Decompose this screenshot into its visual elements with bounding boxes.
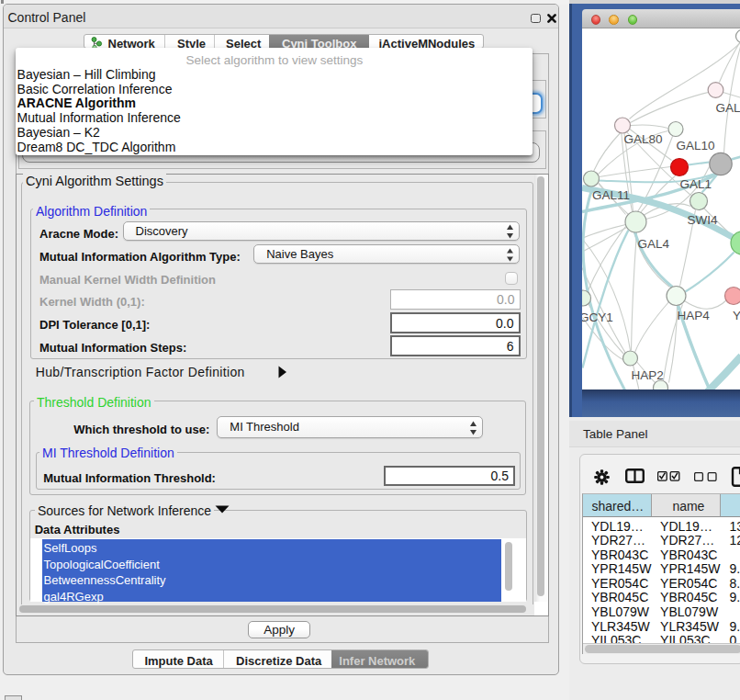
svg-text:Y: Y <box>733 309 740 322</box>
svg-text:GCY1: GCY1 <box>582 310 613 323</box>
svg-text:GAL4: GAL4 <box>637 236 669 250</box>
svg-text:GAL1: GAL1 <box>679 176 712 190</box>
svg-text:HAP4: HAP4 <box>677 309 710 322</box>
svg-text:GAL2: GAL2 <box>715 101 740 115</box>
svg-text:HAP2: HAP2 <box>631 367 663 381</box>
svg-text:GAL10: GAL10 <box>676 138 714 152</box>
svg-text:GAL11: GAL11 <box>592 188 630 202</box>
svg-text:GAL80: GAL80 <box>623 132 662 146</box>
svg-text:SWI4: SWI4 <box>687 212 717 226</box>
